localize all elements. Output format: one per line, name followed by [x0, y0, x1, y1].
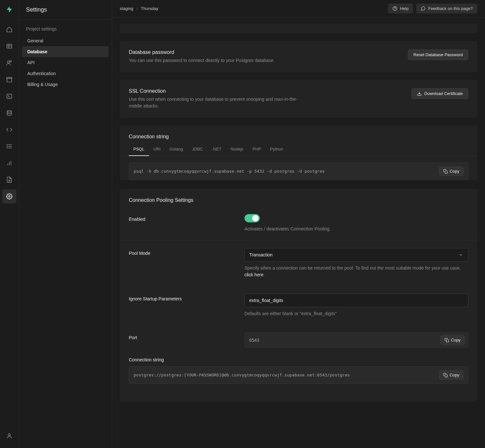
pool-mode-help-link[interactable]: click here	[244, 272, 263, 277]
svg-point-12	[7, 144, 8, 145]
nav-database-icon[interactable]	[2, 106, 16, 120]
pooling-card: Connection Pooling Settings Enabled Acti…	[120, 189, 477, 402]
download-cert-button[interactable]: Download Certificate	[411, 88, 468, 99]
nav-auth-icon[interactable]	[2, 56, 16, 70]
tab-golang[interactable]: Golang	[165, 143, 188, 156]
port-value: 6543	[249, 338, 259, 343]
nav-home-icon[interactable]	[2, 22, 16, 37]
nav-list-icon[interactable]	[2, 139, 16, 153]
enabled-label: Enabled	[129, 214, 244, 232]
svg-rect-5	[7, 77, 12, 78]
logo-icon[interactable]	[4, 4, 14, 15]
settings-sidebar: Settings Project settings General Databa…	[19, 0, 112, 448]
tab-jdbc[interactable]: JDBC	[188, 143, 207, 156]
db-password-title: Database password	[129, 49, 275, 55]
svg-point-20	[9, 196, 10, 197]
pool-mode-label: Pool Mode	[129, 248, 244, 278]
help-button[interactable]: Help	[388, 4, 413, 13]
svg-rect-26	[446, 340, 449, 342]
copy-port-button[interactable]: Copy	[440, 335, 465, 345]
topbar: staging / Thursday Help Feedback on this…	[112, 0, 485, 17]
nav-docs-icon[interactable]	[2, 173, 16, 187]
db-password-desc: You can use this password to connect dir…	[129, 57, 275, 64]
copy-icon	[443, 373, 448, 377]
tab-psql[interactable]: PSQL	[129, 143, 149, 156]
sidebar-item-authentication[interactable]: Authentication	[22, 68, 109, 79]
pooling-conn-value: postgres://postgres:[YOUR-PASSWORD]@db.c…	[134, 373, 350, 377]
sidebar-item-billing[interactable]: Billing & Usage	[22, 79, 109, 90]
ssl-card: SSL Connection Use this cert when connec…	[120, 80, 477, 118]
prev-card-stub	[120, 24, 477, 33]
svg-point-3	[7, 61, 10, 63]
download-icon	[417, 91, 422, 96]
breadcrumb: staging / Thursday	[120, 6, 158, 11]
ignore-params-label: Ignore Startup Parameters	[129, 294, 244, 317]
sidebar-item-database[interactable]: Database	[22, 46, 109, 57]
enabled-toggle[interactable]	[244, 214, 260, 222]
tab-php[interactable]: PHP	[248, 143, 266, 156]
chat-icon	[421, 6, 426, 11]
copy-icon	[445, 338, 449, 342]
tab-dotnet[interactable]: .NET	[207, 143, 226, 156]
enabled-help: Activates / deactivates Connection Pooli…	[244, 226, 468, 232]
connection-string-value: psql -h db.cunvygtmcoqyqqvrcwjf.supabase…	[134, 169, 325, 174]
ssl-title: SSL Connection	[129, 88, 309, 94]
db-password-card: Database password You can use this passw…	[120, 41, 477, 72]
tab-nodejs[interactable]: Nodejs	[226, 143, 248, 156]
pool-mode-help: Specify when a connection can be returne…	[244, 265, 468, 278]
ssl-desc: Use this cert when connecting to your da…	[129, 96, 309, 109]
reset-db-password-button[interactable]: Reset Database Password	[408, 49, 468, 60]
pooling-conn-label: Connection string	[120, 357, 477, 362]
ignore-params-help: Defaults are either blank or "extra_floa…	[244, 310, 468, 317]
copy-connection-string-button[interactable]: Copy	[439, 167, 463, 176]
breadcrumb-project[interactable]: Thursday	[141, 6, 158, 11]
feedback-button[interactable]: Feedback on this page?	[416, 4, 477, 13]
svg-point-21	[8, 434, 11, 436]
connection-string-tabs: PSQL URI Golang JDBC .NET Nodejs PHP Pyt…	[120, 143, 477, 156]
svg-rect-25	[445, 171, 447, 173]
connection-string-title: Connection string	[129, 134, 169, 140]
help-icon	[392, 6, 397, 11]
sidebar-item-general[interactable]: General	[22, 35, 109, 46]
sidebar-item-api[interactable]: API	[22, 57, 109, 68]
svg-point-14	[7, 148, 8, 148]
port-label: Port	[129, 332, 244, 348]
nav-chart-icon[interactable]	[2, 156, 16, 170]
pool-mode-select[interactable]: Transaction	[244, 248, 468, 262]
tab-python[interactable]: Python	[266, 143, 287, 156]
icon-rail	[0, 0, 19, 448]
nav-table-icon[interactable]	[2, 39, 16, 53]
sidebar-section-label: Project settings	[19, 20, 112, 35]
nav-code-icon[interactable]	[2, 123, 16, 137]
sidebar-title: Settings	[19, 0, 112, 20]
copy-pooling-conn-button[interactable]: Copy	[439, 370, 463, 380]
nav-settings-icon[interactable]	[2, 189, 16, 203]
pooling-title: Connection Pooling Settings	[120, 189, 477, 206]
svg-point-23	[395, 9, 395, 10]
tab-uri[interactable]: URI	[149, 143, 165, 156]
breadcrumb-org[interactable]: staging	[120, 6, 133, 11]
nav-storage-icon[interactable]	[2, 73, 16, 87]
ignore-params-input[interactable]	[244, 294, 468, 307]
nav-account-icon[interactable]	[2, 429, 16, 443]
svg-rect-27	[445, 375, 447, 377]
svg-point-4	[10, 61, 12, 62]
connection-string-card: Connection string PSQL URI Golang JDBC .…	[120, 125, 477, 180]
copy-icon	[443, 169, 448, 174]
chevron-down-icon	[458, 252, 463, 257]
svg-point-8	[7, 111, 11, 112]
nav-terminal-icon[interactable]	[2, 89, 16, 103]
svg-point-13	[7, 146, 8, 147]
